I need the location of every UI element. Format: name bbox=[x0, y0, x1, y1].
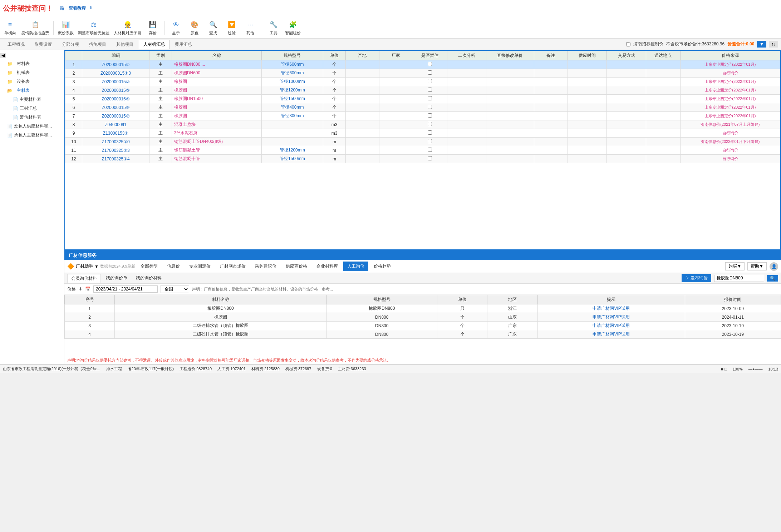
toolbar-smart[interactable]: 🧩 智能组价 bbox=[285, 20, 301, 36]
cat-manual[interactable]: 人工询价 bbox=[343, 262, 368, 271]
table-row[interactable]: 12 Z17000325①4 主 钢筋混凝十管 管径1500mm m 自行询价 bbox=[65, 155, 780, 163]
tab-section[interactable]: 分部分项 bbox=[57, 40, 84, 49]
code-link[interactable]: Z17000325①4 bbox=[102, 156, 129, 161]
code-link[interactable]: Z020000015⑦ bbox=[102, 114, 129, 119]
temp-checkbox[interactable] bbox=[428, 105, 432, 109]
cell-temp[interactable] bbox=[413, 86, 447, 95]
helper-dropdown[interactable]: ▼ bbox=[94, 264, 99, 269]
hint-link[interactable]: 申请广材网VIP试用 bbox=[593, 332, 629, 337]
material-search-btn[interactable]: 🔍 bbox=[767, 275, 778, 282]
cell-temp[interactable] bbox=[413, 129, 447, 138]
cell-temp[interactable] bbox=[413, 69, 447, 78]
code-link[interactable]: Z020000015⑤ bbox=[102, 105, 129, 110]
tab-fee-summary[interactable]: 费用汇总 bbox=[170, 40, 197, 49]
toolbar-find[interactable]: 🔍 查找 bbox=[206, 20, 220, 36]
cat-suggest[interactable]: 采购建议价 bbox=[251, 262, 280, 271]
hint-link[interactable]: 申请广材网VIP试用 bbox=[593, 306, 629, 311]
tab-overview[interactable]: 工程概况 bbox=[3, 40, 29, 49]
bcell-hint[interactable]: 申请广材网VIP试用 bbox=[537, 304, 685, 313]
code-link[interactable]: Z04000091 bbox=[105, 122, 127, 127]
inquiry-row[interactable]: 4 二级砼排水管（顶管）橡胶圈 DN800 个 广东 申请广材网VIP试用 20… bbox=[65, 330, 781, 339]
tab-measures[interactable]: 措施项目 bbox=[84, 40, 111, 49]
code-link[interactable]: Z13000153② bbox=[103, 131, 129, 136]
toolbar-tool[interactable]: 🔧 工具 bbox=[266, 20, 281, 36]
nav-tab-mymaterial[interactable]: 我的询价材料 bbox=[132, 274, 165, 282]
table-row[interactable]: 9 Z13000153② 主 3%水泥石屑 m3 自行询价 bbox=[65, 129, 780, 138]
zoom-icons[interactable]: ■ □ bbox=[721, 367, 727, 371]
bottom-table-container[interactable]: 序号 材料名称 规格型号 单位 地区 提示 报价时间 1 橡胶圈DN800 橡胶… bbox=[64, 295, 781, 356]
table-row[interactable]: 5 Z020000015④ 主 橡胶圈DN1500 管径1500mm 个 山东专… bbox=[65, 95, 780, 103]
cat-supplier[interactable]: 供应商价格 bbox=[282, 262, 311, 271]
toolbar-display[interactable]: 👁 显示 bbox=[169, 20, 183, 36]
helper-label[interactable]: 广材助手 bbox=[76, 263, 93, 269]
toolbar-save[interactable]: 💾 存价 bbox=[146, 20, 160, 36]
sort-btn[interactable]: ↑↓ bbox=[769, 41, 778, 48]
sidebar-item-main-material[interactable]: 📂 主材表 bbox=[3, 86, 61, 95]
filter-btn[interactable]: ▼ bbox=[757, 41, 766, 48]
cell-temp[interactable] bbox=[413, 155, 447, 163]
sort-asc-icon[interactable]: ⬇ bbox=[79, 287, 82, 292]
bid-control-checkbox[interactable] bbox=[626, 42, 630, 46]
toolbar-epidemic[interactable]: 📋 疫情防控措施费 bbox=[21, 20, 49, 36]
table-row[interactable]: 1 Z020000015① 主 橡胶圈DN800 ... 管径600mm 个 山… bbox=[65, 60, 780, 69]
code-link[interactable]: Z020000015② bbox=[102, 79, 129, 84]
nav-tab-member[interactable]: 会员询价材料 bbox=[67, 274, 101, 283]
tab-other[interactable]: 其他项目 bbox=[112, 40, 138, 49]
toolbar-adjust[interactable]: ⚖ 调整市场价无价差 bbox=[78, 20, 109, 36]
toolbar-color[interactable]: 🎨 颜色 bbox=[187, 20, 202, 36]
buy-btn[interactable]: 购买▼ bbox=[725, 262, 745, 270]
date-range-input[interactable] bbox=[93, 285, 158, 293]
region-select[interactable]: 全国 bbox=[161, 285, 189, 293]
table-row[interactable]: 7 Z020000015⑦ 主 橡胶圈 管径300mm 个 山东专业测定价(20… bbox=[65, 112, 780, 120]
code-link[interactable]: Z17000325①3 bbox=[102, 148, 129, 153]
toolbar-single[interactable]: ≡ 单横向 bbox=[3, 20, 17, 36]
bcell-hint[interactable]: 申请广材网VIP试用 bbox=[537, 313, 685, 322]
code-link[interactable]: Z020000015④ bbox=[102, 96, 129, 101]
nav-tab-mylist[interactable]: 我的询价单 bbox=[102, 274, 131, 282]
code-link[interactable]: Z17000325①0 bbox=[102, 139, 129, 144]
cell-temp[interactable] bbox=[413, 78, 447, 86]
inquiry-row[interactable]: 2 橡胶圈 DN800 个 山东 申请广材网VIP试用 2024-01-11 bbox=[65, 313, 781, 322]
table-row[interactable]: 3 Z020000015② 主 橡胶圈 管径1000mm 个 山东专业测定价(2… bbox=[65, 78, 780, 86]
publish-btn[interactable]: ▷ 发布询价 bbox=[682, 274, 711, 282]
temp-checkbox[interactable] bbox=[428, 156, 432, 160]
bcell-hint[interactable]: 申请广材网VIP试用 bbox=[537, 330, 685, 339]
cat-enterprise[interactable]: 企业材料库 bbox=[313, 262, 342, 271]
nav-link-tutorial[interactable]: 查看教程 bbox=[69, 5, 86, 11]
hint-link[interactable]: 申请广材网VIP试用 bbox=[593, 323, 629, 328]
code-link[interactable]: Z020000015① bbox=[102, 62, 129, 67]
toolbar-labor[interactable]: 👷 人材机对应子目 bbox=[114, 20, 141, 36]
table-row[interactable]: 8 Z04000091 主 混凝土垫块 m3 济南信息价(2021年07月上月阶… bbox=[65, 120, 780, 129]
cell-temp[interactable] bbox=[413, 120, 447, 129]
temp-checkbox[interactable] bbox=[428, 148, 432, 152]
bcell-hint[interactable]: 申请广材网VIP试用 bbox=[537, 322, 685, 330]
temp-checkbox[interactable] bbox=[428, 88, 432, 92]
sidebar-item-main-table[interactable]: 📄 主要材料表 bbox=[9, 95, 61, 104]
toolbar-other[interactable]: ⋯ 其他 bbox=[243, 20, 257, 36]
help-btn[interactable]: 帮助▼ bbox=[747, 262, 767, 270]
cat-market[interactable]: 广材网市场价 bbox=[216, 262, 250, 271]
sidebar-item-equipment[interactable]: 📁 设备表 bbox=[3, 77, 61, 86]
cat-info[interactable]: 信息价 bbox=[163, 262, 184, 271]
sidebar-item-contractor[interactable]: 📄 承包人主要材料和... bbox=[3, 131, 61, 140]
temp-checkbox[interactable] bbox=[428, 113, 432, 118]
sidebar-item-material[interactable]: 📁 材料表 bbox=[3, 59, 61, 68]
hint-link[interactable]: 申请广材网VIP试用 bbox=[593, 314, 629, 319]
cell-temp[interactable] bbox=[413, 112, 447, 120]
sidebar-toggle[interactable]: ◀ bbox=[0, 53, 6, 58]
table-row[interactable]: 6 Z020000015⑤ 主 橡胶圈 管径400mm 个 山东专业测定价(20… bbox=[65, 103, 780, 112]
toolbar-coeff[interactable]: 📊 概价系数 bbox=[58, 20, 74, 36]
material-search-input[interactable] bbox=[714, 275, 764, 282]
cat-all[interactable]: 全部类型 bbox=[137, 262, 162, 271]
tab-fee-setting[interactable]: 取费设置 bbox=[30, 40, 57, 49]
toolbar-filter[interactable]: 🔽 过滤 bbox=[225, 20, 239, 36]
temp-checkbox[interactable] bbox=[428, 130, 432, 135]
temp-checkbox[interactable] bbox=[428, 96, 432, 100]
table-row[interactable]: 4 Z020000015③ 主 橡胶圈 管径1200mm 个 山东专业测定价(2… bbox=[65, 86, 780, 95]
user-icon[interactable]: 👤 bbox=[770, 262, 778, 271]
cell-temp[interactable] bbox=[413, 103, 447, 112]
cell-temp[interactable] bbox=[413, 138, 447, 146]
cell-temp[interactable] bbox=[413, 146, 447, 155]
table-row[interactable]: 2 Z020000015①0 主 橡胶圈DN600 管径600mm 个 自行询价 bbox=[65, 69, 780, 78]
nav-link-it[interactable]: It bbox=[90, 5, 93, 11]
